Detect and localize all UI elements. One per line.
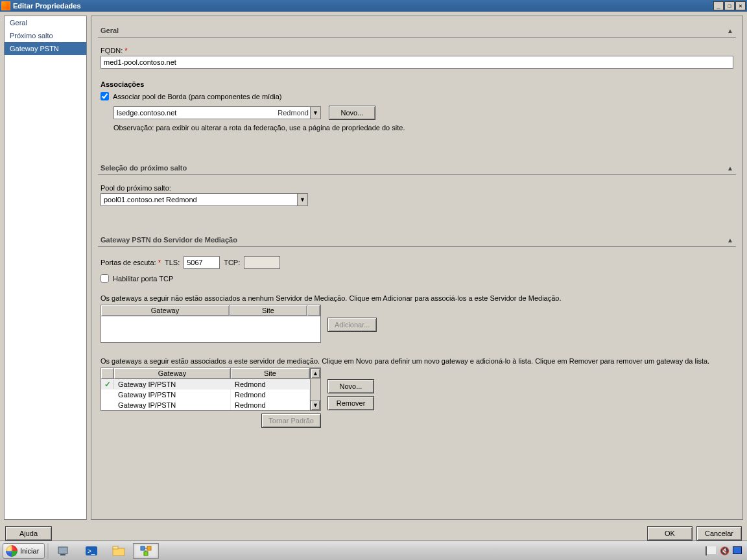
unassoc-grid-body — [101, 316, 320, 342]
table-row[interactable]: ✓ Gateway IP/PSTN Redmond — [101, 379, 310, 390]
main-area: Geral Próximo salto Gateway PSTN Geral ▲… — [0, 12, 747, 524]
remove-gateway-button[interactable]: Remover — [327, 396, 374, 410]
system-tray: 🔇 — [707, 546, 744, 555]
svg-rect-8 — [144, 552, 148, 555]
assoc-title: Associações — [101, 80, 733, 88]
new-edge-button[interactable]: Novo... — [329, 106, 375, 120]
ok-button[interactable]: OK — [647, 526, 693, 541]
sidebar-item-geral[interactable]: Geral — [5, 16, 86, 29]
unassoc-text: Os gateways a seguir não estão associado… — [101, 294, 733, 302]
rowhead-col — [101, 368, 114, 379]
collapse-icon: ▲ — [727, 237, 733, 244]
taskbar-explorer-icon[interactable] — [106, 543, 132, 559]
col-gateway[interactable]: Gateway — [101, 305, 230, 316]
cell-site: Redmond — [231, 379, 310, 390]
section-body-nexthop: Pool do próximo salto: pool01.contoso.ne… — [98, 175, 736, 209]
make-default-button: Tornar Padrão — [261, 414, 321, 428]
cell-gateway: Gateway IP/PSTN — [114, 390, 231, 400]
tcp-label: TCP: — [224, 259, 240, 266]
assoc-grid-wrapper: Gateway Site ✓ Gateway IP/PSTN Redmond — [101, 368, 733, 411]
ports-label: Portas de escuta: * — [101, 259, 161, 266]
unassoc-grid-wrapper: Gateway Site Adicionar... — [101, 305, 733, 343]
scroll-down-icon[interactable]: ▼ — [311, 400, 320, 410]
section-header-nexthop[interactable]: Seleção do próximo salto ▲ — [98, 160, 736, 175]
content-panel: Geral ▲ FQDN: * Associações Associar poo… — [91, 16, 743, 520]
start-label: Iniciar — [20, 547, 39, 555]
ports-row: Portas de escuta: * TLS: TCP: — [101, 256, 733, 269]
taskbar-powershell-icon[interactable]: >_ — [78, 543, 104, 559]
assoc-grid-body: ✓ Gateway IP/PSTN Redmond Gateway IP/PST… — [101, 379, 310, 410]
nexthop-pool-value: pool01.contoso.net Redmond — [104, 196, 297, 204]
assoc-checkbox[interactable] — [101, 92, 109, 100]
assoc-text: Os gateways a seguir estão associados a … — [101, 357, 733, 365]
tcp-port-input — [244, 256, 280, 269]
cell-site: Redmond — [231, 390, 310, 400]
svg-rect-6 — [141, 546, 145, 550]
enable-tcp-row: Habilitar porta TCP — [101, 274, 733, 283]
svg-rect-7 — [147, 546, 151, 550]
window-buttons: _ ❐ ✕ — [713, 1, 746, 10]
chevron-down-icon[interactable]: ▼ — [297, 194, 307, 205]
fqdn-input[interactable] — [101, 56, 733, 69]
tls-port-input[interactable] — [184, 256, 220, 269]
sidebar-item-proximo-salto[interactable]: Próximo salto — [5, 29, 86, 42]
svg-text:>_: >_ — [88, 548, 95, 555]
taskbar-topology-builder-icon[interactable] — [133, 543, 159, 559]
help-button[interactable]: Ajuda — [5, 526, 52, 541]
table-row[interactable]: Gateway IP/PSTN Redmond — [101, 390, 310, 400]
section-title-nexthop: Seleção do próximo salto — [101, 164, 727, 172]
svg-rect-1 — [60, 554, 65, 555]
col-spacer — [307, 305, 320, 316]
volume-muted-icon[interactable]: 🔇 — [720, 546, 729, 555]
tls-label: TLS: — [165, 259, 180, 266]
nexthop-pool-combo[interactable]: pool01.contoso.net Redmond ▼ — [101, 193, 308, 206]
section-header-pstn[interactable]: Gateway PSTN do Servidor de Mediação ▲ — [98, 232, 736, 247]
scroll-up-icon[interactable]: ▲ — [311, 368, 320, 379]
titlebar: Editar Propriedades _ ❐ ✕ — [0, 0, 747, 12]
chevron-down-icon[interactable]: ▼ — [310, 107, 320, 119]
minimize-button[interactable]: _ — [713, 1, 724, 10]
assoc-grid-scrollbar[interactable]: ▲ ▼ — [310, 368, 320, 410]
edge-pool-site: Redmond — [278, 109, 310, 117]
close-button[interactable]: ✕ — [735, 1, 746, 10]
svg-rect-5 — [113, 546, 118, 549]
taskbar: Iniciar >_ 🔇 — [0, 541, 747, 560]
add-gateway-button: Adicionar... — [327, 318, 377, 332]
sidebar: Geral Próximo salto Gateway PSTN — [4, 16, 87, 520]
cell-gateway: Gateway IP/PSTN — [114, 379, 231, 390]
svg-rect-4 — [113, 548, 124, 555]
app-icon — [1, 1, 10, 10]
enable-tcp-checkbox[interactable] — [101, 274, 109, 283]
unassoc-grid[interactable]: Gateway Site — [101, 305, 321, 343]
restore-button[interactable]: ❐ — [724, 1, 735, 10]
section-body-geral: FQDN: * Associações Associar pool de Bor… — [98, 38, 736, 134]
assoc-checkbox-label: Associar pool de Borda (para componentes… — [113, 93, 281, 100]
fqdn-label: FQDN: * — [101, 47, 733, 54]
col-site[interactable]: Site — [230, 305, 307, 316]
table-row[interactable]: Gateway IP/PSTN Redmond — [101, 400, 310, 410]
window-title: Editar Propriedades — [13, 2, 713, 10]
start-button[interactable]: Iniciar — [3, 543, 45, 559]
col-site[interactable]: Site — [231, 368, 310, 379]
new-gateway-button[interactable]: Novo... — [327, 379, 374, 393]
windows-icon — [6, 545, 18, 557]
cell-site: Redmond — [231, 400, 310, 410]
cell-gateway: Gateway IP/PSTN — [114, 400, 231, 410]
nexthop-pool-label: Pool do próximo salto: — [101, 184, 733, 192]
cancel-button[interactable]: Cancelar — [696, 526, 742, 541]
network-icon[interactable] — [733, 546, 742, 555]
collapse-icon: ▲ — [727, 165, 733, 172]
section-header-geral[interactable]: Geral ▲ — [98, 23, 736, 38]
section-title-pstn: Gateway PSTN do Servidor de Mediação — [101, 236, 727, 244]
check-icon: ✓ — [104, 380, 111, 389]
flag-icon[interactable] — [707, 546, 716, 555]
svg-rect-0 — [58, 547, 67, 554]
section-title-geral: Geral — [101, 27, 727, 34]
assoc-grid-head: Gateway Site — [101, 368, 310, 379]
taskbar-server-manager-icon[interactable] — [51, 543, 77, 559]
assoc-grid[interactable]: Gateway Site ✓ Gateway IP/PSTN Redmond — [101, 368, 321, 411]
sidebar-item-gateway-pstn[interactable]: Gateway PSTN — [5, 42, 86, 55]
edge-pool-value: lsedge.contoso.net — [117, 109, 278, 117]
edge-pool-combo[interactable]: lsedge.contoso.net Redmond ▼ — [113, 106, 321, 119]
col-gateway[interactable]: Gateway — [114, 368, 231, 379]
